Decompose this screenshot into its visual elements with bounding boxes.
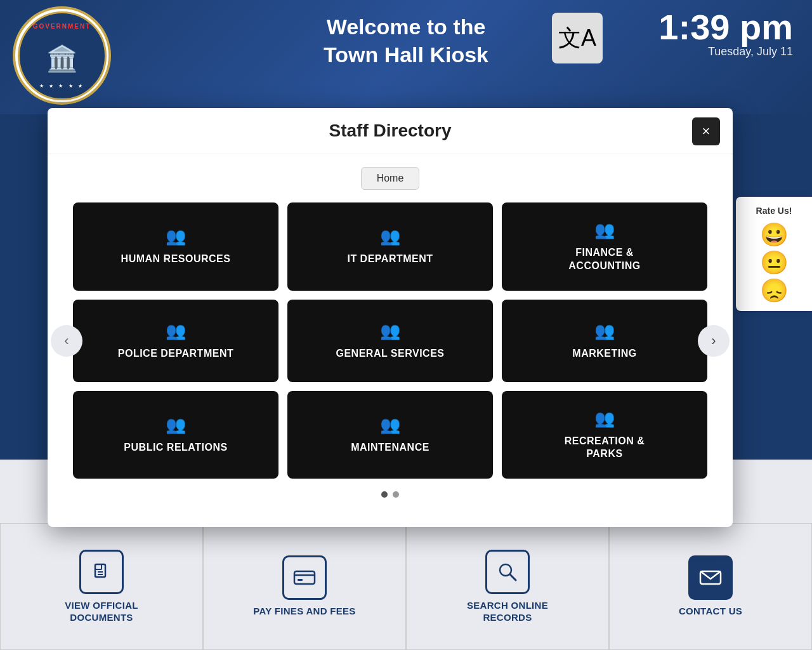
tile-pay-fines[interactable]: PAY FINES AND FEES: [203, 523, 406, 650]
dept-recreation-parks[interactable]: 👥 RECREATION &PARKS: [502, 391, 707, 479]
documents-tile-label: VIEW OFFICIALDOCUMENTS: [65, 599, 138, 624]
carousel-dots: [73, 491, 707, 498]
dept-general-services[interactable]: 👥 GENERAL SERVICES: [287, 300, 493, 382]
documents-icon: [91, 562, 112, 582]
close-button[interactable]: ×: [692, 117, 720, 145]
header-title: Welcome to the Town Hall Kiosk: [324, 13, 488, 69]
rate-us-panel: Rate Us! 😀 😐 😞: [736, 197, 812, 311]
breadcrumb-wrap: Home: [73, 167, 707, 190]
people-icon: 👥: [380, 321, 400, 341]
clock-date: Tuesday, July 11: [658, 45, 793, 58]
seal-stars: ★ ★ ★ ★ ★: [39, 83, 84, 89]
people-icon: 👥: [594, 409, 615, 428]
fines-icon: [293, 569, 316, 587]
contact-icon: [699, 569, 722, 587]
home-label: Home: [377, 173, 404, 183]
svg-line-8: [510, 574, 516, 580]
home-button[interactable]: Home: [361, 167, 420, 190]
seal-building-icon: 🏛️: [46, 44, 78, 74]
carousel-dot-2[interactable]: [393, 491, 399, 498]
dept-it-department[interactable]: 👥 IT DEPARTMENT: [287, 202, 493, 291]
bottom-navigation: VIEW OFFICIALDOCUMENTS PAY FINES AND FEE…: [0, 523, 812, 650]
translate-button[interactable]: 文A: [552, 13, 603, 63]
modal-title: Staff Directory: [329, 121, 452, 141]
people-icon: 👥: [594, 220, 615, 240]
government-seal: GOVERNMENT 🏛️ ★ ★ ★ ★ ★: [13, 6, 111, 105]
dept-finance-accounting[interactable]: 👥 FINANCE &ACCOUNTING: [502, 202, 707, 291]
tile-search-records[interactable]: SEARCH ONLINERECORDS: [406, 523, 609, 650]
department-carousel: ‹ 👥 HUMAN RESOURCES 👥 IT DEPARTMENT 👥 FI…: [73, 202, 707, 479]
contact-icon-wrap: [688, 555, 733, 600]
dept-police-department[interactable]: 👥 POLICE DEPARTMENT: [73, 300, 278, 382]
documents-icon-wrap: [79, 550, 124, 594]
tile-contact-us[interactable]: CONTACT US: [609, 523, 812, 650]
carousel-dot-1[interactable]: [381, 491, 388, 498]
dept-human-resources[interactable]: 👥 HUMAN RESOURCES: [73, 202, 278, 291]
dept-maintenance[interactable]: 👥 MAINTENANCE: [287, 391, 493, 479]
svg-rect-4: [294, 571, 315, 584]
close-icon: ×: [702, 123, 710, 140]
people-icon: 👥: [166, 321, 186, 341]
carousel-prev-button[interactable]: ‹: [51, 325, 82, 357]
people-icon: 👥: [380, 227, 400, 246]
search-icon: [497, 561, 518, 583]
modal-header: Staff Directory ×: [48, 108, 733, 154]
rate-us-title: Rate Us!: [756, 206, 792, 216]
header-title-line1: Welcome to the: [327, 15, 486, 39]
tile-view-documents[interactable]: VIEW OFFICIALDOCUMENTS: [0, 523, 203, 650]
people-icon: 👥: [166, 415, 186, 435]
carousel-next-button[interactable]: ›: [698, 325, 730, 357]
fines-icon-wrap: [282, 555, 327, 600]
translate-icon: 文A: [558, 23, 596, 54]
rate-neutral-button[interactable]: 😐: [760, 251, 789, 274]
records-tile-label: SEARCH ONLINERECORDS: [467, 599, 548, 624]
people-icon: 👥: [380, 415, 400, 435]
staff-directory-modal: Staff Directory × Home ‹ 👥 HUMAN RESOURC…: [48, 108, 733, 527]
people-icon: 👥: [166, 227, 186, 246]
department-grid: 👥 HUMAN RESOURCES 👥 IT DEPARTMENT 👥 FINA…: [73, 202, 707, 479]
people-icon: 👥: [594, 321, 615, 341]
dept-public-relations[interactable]: 👥 PUBLIC RELATIONS: [73, 391, 278, 479]
search-icon-wrap: [485, 550, 530, 594]
clock-time: 1:39 pm: [658, 10, 793, 45]
dept-marketing[interactable]: 👥 MARKETING: [502, 300, 707, 382]
fines-tile-label: PAY FINES AND FEES: [253, 605, 355, 618]
rate-happy-button[interactable]: 😀: [760, 223, 789, 246]
modal-body: Home ‹ 👥 HUMAN RESOURCES 👥 IT DEPARTMENT…: [48, 154, 733, 510]
svg-rect-6: [298, 579, 303, 581]
rate-sad-button[interactable]: 😞: [760, 279, 789, 302]
header-title-line2: Town Hall Kiosk: [324, 43, 488, 67]
clock: 1:39 pm Tuesday, July 11: [658, 10, 793, 58]
contact-tile-label: CONTACT US: [679, 605, 742, 618]
seal-text: GOVERNMENT: [33, 23, 91, 30]
